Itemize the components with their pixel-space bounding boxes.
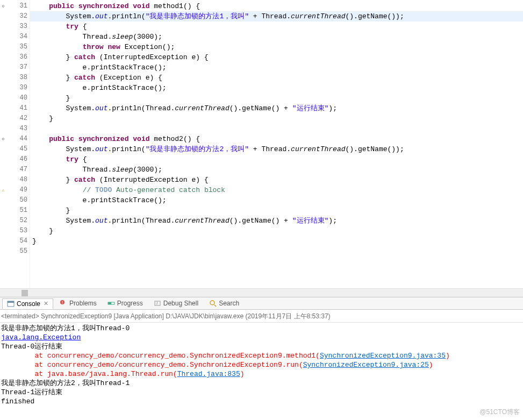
marker-empty xyxy=(0,165,6,175)
svg-rect-1 xyxy=(8,301,14,303)
stacktrace-link[interactable]: SynchronizedException9.java:25 xyxy=(303,361,429,369)
line-number: 54 xyxy=(6,236,27,246)
line-number: 44 xyxy=(6,134,27,144)
fold-toggle-icon[interactable]: ⊖ xyxy=(0,1,6,11)
code-line[interactable] xyxy=(30,124,523,134)
console-output[interactable]: 我是非静态加锁的方法1，我叫Thread-0java.lang.Exceptio… xyxy=(0,323,523,407)
tab-search[interactable]: Search xyxy=(205,298,243,308)
line-number: 43 xyxy=(6,124,27,134)
svg-rect-4 xyxy=(108,302,111,304)
scrollbar-thumb[interactable] xyxy=(22,290,28,296)
marker-empty xyxy=(0,154,6,165)
code-line[interactable]: Thread.sleep(3000); xyxy=(30,32,523,42)
code-line[interactable]: public synchronized void method2() { xyxy=(30,134,523,144)
marker-empty xyxy=(0,113,6,124)
line-number: 41 xyxy=(6,103,27,113)
code-line[interactable]: System.out.println("我是非静态加锁的方法2，我叫" + Th… xyxy=(30,144,523,154)
console-line: 我是非静态加锁的方法1，我叫Thread-0 xyxy=(1,324,522,333)
marker-column: ⊖⊖⚠ xyxy=(0,0,6,288)
line-number: 39 xyxy=(6,83,27,93)
tab-debugshell[interactable]: J Debug Shell xyxy=(149,298,203,308)
marker-empty xyxy=(0,144,6,154)
console-line: Thread-1运行结束 xyxy=(1,388,522,397)
marker-empty xyxy=(0,216,6,226)
code-line[interactable]: System.out.println(Thread.currentThread(… xyxy=(30,103,523,113)
tab-progress[interactable]: Progress xyxy=(103,298,147,308)
marker-empty xyxy=(0,83,6,93)
code-line[interactable]: } xyxy=(30,236,523,246)
console-header: <terminated> SynchronizedException9 [Jav… xyxy=(0,310,523,323)
line-number: 38 xyxy=(6,73,27,83)
line-number: 32 xyxy=(6,11,27,22)
stacktrace-link[interactable]: java.lang.Exception xyxy=(1,333,81,341)
console-line: at java.base/java.lang.Thread.run(Thread… xyxy=(1,369,522,379)
code-line[interactable]: throw new Exception(); xyxy=(30,42,523,52)
line-number: 52 xyxy=(6,216,27,226)
line-number: 55 xyxy=(6,246,27,257)
marker-empty xyxy=(0,124,6,134)
console-line: Thread-0运行结束 xyxy=(1,342,522,351)
code-line[interactable]: } catch (InterruptedException e) { xyxy=(30,175,523,185)
code-area[interactable]: public synchronized void method1() { Sys… xyxy=(30,0,523,288)
code-line[interactable]: } xyxy=(30,93,523,103)
code-line[interactable]: System.out.println("我是非静态加锁的方法1，我叫" + Th… xyxy=(30,11,523,22)
problems-icon xyxy=(60,300,67,307)
tab-search-label: Search xyxy=(219,300,239,307)
marker-empty xyxy=(0,42,6,52)
code-line[interactable]: System.out.println(Thread.currentThread(… xyxy=(30,216,523,226)
code-line[interactable]: // TODO Auto-generated catch block xyxy=(30,185,523,195)
stacktrace-link[interactable]: SynchronizedException9.java:35 xyxy=(320,352,446,360)
marker-empty xyxy=(0,175,6,185)
code-line[interactable]: e.printStackTrace(); xyxy=(30,62,523,73)
code-line[interactable]: Thread.sleep(3000); xyxy=(30,165,523,175)
line-number-gutter: 3132333435363738394041424344454647484950… xyxy=(6,0,30,288)
tab-problems[interactable]: Problems xyxy=(55,298,101,308)
code-line[interactable] xyxy=(30,246,523,257)
search-icon xyxy=(209,300,217,307)
horizontal-scrollbar[interactable] xyxy=(0,288,523,297)
code-editor-pane: ⊖⊖⚠ 313233343536373839404142434445464748… xyxy=(0,0,523,288)
line-number: 33 xyxy=(6,22,27,32)
code-line[interactable]: } catch (InterruptedException e) { xyxy=(30,52,523,62)
debugshell-icon: J xyxy=(154,300,161,307)
line-number: 36 xyxy=(6,52,27,62)
code-line[interactable]: } xyxy=(30,205,523,216)
line-number: 45 xyxy=(6,144,27,154)
progress-icon xyxy=(108,300,115,307)
marker-empty xyxy=(0,52,6,62)
code-line[interactable]: } xyxy=(30,113,523,124)
console-line: 我是非静态加锁的方法2，我叫Thread-1 xyxy=(1,379,522,388)
code-line[interactable]: e.printStackTrace(); xyxy=(30,83,523,93)
line-number: 34 xyxy=(6,32,27,42)
line-number: 31 xyxy=(6,1,27,11)
marker-empty xyxy=(0,11,6,22)
line-number: 37 xyxy=(6,62,27,73)
marker-empty xyxy=(0,195,6,205)
quickfix-icon[interactable]: ⚠ xyxy=(0,185,6,195)
console-line: java.lang.Exception xyxy=(1,333,522,342)
code-line[interactable]: public synchronized void method1() { xyxy=(30,1,523,11)
code-line[interactable]: } xyxy=(30,226,523,236)
stacktrace-link[interactable]: Thread.java:835 xyxy=(177,370,240,378)
code-line[interactable]: try { xyxy=(30,154,523,165)
line-number: 40 xyxy=(6,93,27,103)
line-number: 49 xyxy=(6,185,27,195)
code-line[interactable]: e.printStackTrace(); xyxy=(30,195,523,205)
bottom-tabs-bar: Console ✕ Problems Progress J Debug Shel… xyxy=(0,297,523,310)
tab-console-label: Console xyxy=(17,300,40,308)
console-line: at concurrency_demo/concurrency_demo.Syn… xyxy=(1,360,522,369)
marker-empty xyxy=(0,236,6,246)
fold-toggle-icon[interactable]: ⊖ xyxy=(0,134,6,144)
code-line[interactable]: } catch (Exception e) { xyxy=(30,73,523,83)
close-icon[interactable]: ✕ xyxy=(44,300,48,307)
console-line: at concurrency_demo/concurrency_demo.Syn… xyxy=(1,351,522,360)
marker-empty xyxy=(0,62,6,73)
code-line[interactable]: try { xyxy=(30,22,523,32)
marker-empty xyxy=(0,73,6,83)
line-number: 42 xyxy=(6,113,27,124)
tab-console[interactable]: Console ✕ xyxy=(2,298,53,309)
line-number: 50 xyxy=(6,195,27,205)
marker-empty xyxy=(0,22,6,32)
line-number: 53 xyxy=(6,226,27,236)
console-icon xyxy=(7,300,15,308)
